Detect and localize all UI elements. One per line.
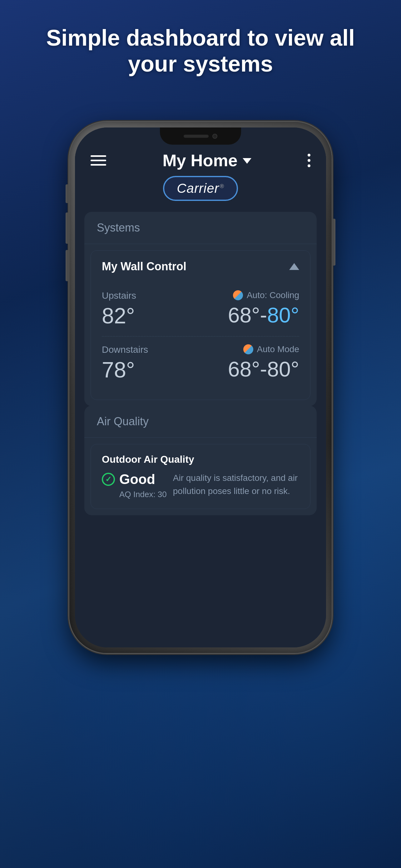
aq-description: Air quality is satisfactory, and air pol… — [173, 471, 299, 498]
zone-left-upstairs: Upstairs 82° — [102, 290, 136, 329]
air-quality-card[interactable]: Outdoor Air Quality ✓ Good AQ Index: 30 — [91, 444, 310, 509]
app-header: My Home — [75, 145, 326, 176]
air-quality-section-label: Air Quality — [84, 406, 317, 438]
temp-sep-downstairs: - — [260, 357, 267, 381]
zone-row-upstairs[interactable]: Upstairs 82° Auto: Cooling 68°-80° — [102, 282, 299, 336]
carrier-logo: Carrier® — [163, 176, 238, 201]
temp-high-downstairs: 80° — [267, 357, 299, 381]
zone-left-downstairs: Downstairs 78° — [102, 344, 148, 382]
page-title: Simple dashboard to view all your system… — [0, 25, 401, 77]
bottom-space — [75, 622, 326, 647]
phone-frame: My Home Carrier® — [69, 122, 332, 653]
wall-control-card[interactable]: My Wall Control Upstairs 82° — [91, 250, 310, 400]
zone-name-downstairs: Downstairs — [102, 344, 148, 355]
systems-section-label: Systems — [84, 212, 317, 244]
zone-mode-downstairs: Auto Mode 68°-80° — [228, 344, 299, 381]
hamburger-line-1 — [91, 155, 106, 157]
aq-index-label: AQ Index: 30 — [119, 490, 167, 499]
more-options-button[interactable] — [308, 154, 310, 167]
temp-low-downstairs: 68° — [228, 357, 260, 381]
dot-2 — [308, 159, 310, 162]
systems-section: Systems My Wall Control Upstairs 82° — [84, 212, 317, 406]
hamburger-menu-button[interactable] — [91, 155, 106, 165]
zone-mode-label-upstairs: Auto: Cooling — [228, 290, 299, 300]
temp-low-upstairs: 68° — [228, 303, 260, 327]
phone-screen: My Home Carrier® — [75, 127, 326, 647]
check-circle-icon: ✓ — [102, 473, 115, 486]
home-selector[interactable]: My Home — [162, 151, 251, 170]
outdoor-air-quality-label: Outdoor Air Quality — [102, 454, 299, 465]
dot-1 — [308, 154, 310, 157]
carrier-reg-symbol: ® — [220, 183, 224, 189]
side-button-volume-up — [66, 213, 69, 244]
carrier-logo-text: Carrier® — [177, 181, 224, 196]
side-button-power — [332, 219, 335, 266]
aq-left-column: ✓ Good AQ Index: 30 — [102, 471, 167, 499]
zone-name-upstairs: Upstairs — [102, 290, 136, 301]
notch-camera — [212, 134, 218, 139]
wall-control-header: My Wall Control — [102, 260, 299, 273]
zone-set-temp-downstairs: 68°-80° — [228, 357, 299, 381]
chevron-down-icon — [243, 158, 252, 164]
zone-temp-upstairs: 82° — [102, 303, 136, 329]
chevron-up-icon[interactable] — [289, 263, 299, 270]
home-name: My Home — [162, 151, 237, 170]
air-quality-row: ✓ Good AQ Index: 30 Air quality is satis… — [102, 471, 299, 499]
zone-row-downstairs[interactable]: Downstairs 78° Auto Mode 68°-80° — [102, 336, 299, 390]
hamburger-line-2 — [91, 160, 106, 161]
zone-mode-label-downstairs: Auto Mode — [228, 344, 299, 354]
phone-notch — [160, 127, 241, 145]
check-mark: ✓ — [105, 475, 111, 483]
air-quality-section: Air Quality Outdoor Air Quality ✓ Good — [84, 406, 317, 515]
app-content: My Home Carrier® — [75, 127, 326, 647]
hamburger-line-3 — [91, 164, 106, 165]
temp-high-upstairs: 80° — [267, 303, 299, 327]
aq-status-wrap: ✓ Good — [102, 471, 155, 487]
temp-sep-upstairs: - — [260, 303, 267, 327]
mode-icon-upstairs — [233, 290, 243, 300]
zone-temp-downstairs: 78° — [102, 358, 148, 382]
zone-set-temp-upstairs: 68°-80° — [228, 303, 299, 327]
dot-3 — [308, 164, 310, 167]
side-button-mute — [66, 184, 69, 203]
notch-speaker — [183, 135, 209, 138]
phone-outer-shell: My Home Carrier® — [69, 122, 332, 653]
aq-status-text: Good — [119, 471, 155, 487]
mode-icon-downstairs — [243, 344, 253, 354]
carrier-logo-wrapper: Carrier® — [163, 176, 238, 201]
side-button-volume-down — [66, 250, 69, 281]
zone-mode-upstairs: Auto: Cooling 68°-80° — [228, 290, 299, 327]
wall-control-title: My Wall Control — [102, 260, 187, 273]
